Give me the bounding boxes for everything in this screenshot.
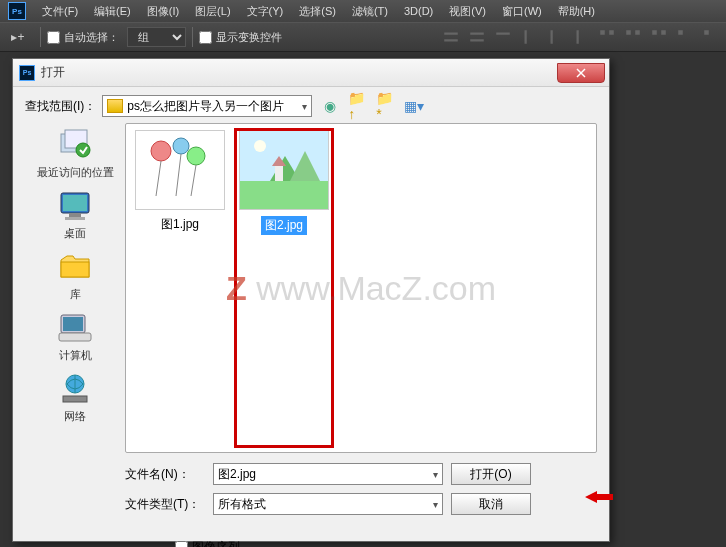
svg-rect-2 — [470, 33, 484, 35]
sidebar-recent[interactable]: 最近访问的位置 — [37, 127, 114, 180]
menu-text[interactable]: 文字(Y) — [239, 2, 292, 21]
svg-rect-15 — [704, 30, 709, 35]
sidebar-network-label: 网络 — [64, 409, 86, 424]
sidebar-library-label: 库 — [70, 287, 81, 302]
align-icon — [442, 28, 460, 46]
svg-rect-11 — [635, 30, 640, 35]
svg-rect-4 — [496, 33, 510, 35]
lookin-combobox[interactable]: ps怎么把图片导入另一个图片 ▾ — [102, 95, 312, 117]
sidebar-library[interactable]: 库 — [54, 249, 96, 302]
menu-view[interactable]: 视图(V) — [441, 2, 494, 21]
auto-select-input[interactable] — [47, 31, 60, 44]
svg-rect-7 — [577, 30, 579, 44]
file-item-selected[interactable]: 图2.jpg — [236, 130, 332, 446]
chevron-down-icon: ▾ — [302, 101, 307, 112]
network-icon — [54, 371, 96, 407]
menu-image[interactable]: 图像(I) — [139, 2, 187, 21]
svg-point-20 — [76, 143, 90, 157]
places-sidebar: 最近访问的位置 桌面 库 计算机 网络 — [25, 123, 125, 453]
up-button[interactable]: 📁↑ — [348, 96, 368, 116]
image-sequence-label: 图像序列 — [192, 539, 240, 547]
alignment-icons — [442, 28, 720, 46]
svg-rect-13 — [661, 30, 666, 35]
svg-rect-6 — [551, 30, 553, 44]
sidebar-desktop[interactable]: 桌面 — [54, 188, 96, 241]
svg-rect-9 — [609, 30, 614, 35]
sidebar-computer[interactable]: 计算机 — [54, 310, 96, 363]
auto-select-checkbox[interactable]: 自动选择： — [47, 30, 119, 45]
nav-icons: ◉ 📁↑ 📁* ▦▾ — [320, 96, 424, 116]
menu-help[interactable]: 帮助(H) — [550, 2, 603, 21]
file-item[interactable]: 图1.jpg — [132, 130, 228, 446]
distribute-icon — [650, 28, 668, 46]
svg-rect-23 — [69, 213, 81, 217]
open-button[interactable]: 打开(O) — [451, 463, 531, 485]
close-button[interactable] — [557, 63, 605, 83]
menu-filter[interactable]: 滤镜(T) — [344, 2, 396, 21]
svg-rect-12 — [652, 30, 657, 35]
svg-rect-1 — [444, 39, 458, 41]
image-sequence-checkbox[interactable] — [175, 541, 188, 547]
dialog-body: 查找范围(I)： ps怎么把图片导入另一个图片 ▾ ◉ 📁↑ 📁* ▦▾ 最近访… — [13, 87, 609, 547]
lookin-label: 查找范围(I)： — [25, 98, 96, 115]
svg-rect-25 — [61, 262, 89, 277]
main-area: 最近访问的位置 桌面 库 计算机 网络 — [25, 123, 597, 453]
move-tool-icon[interactable]: ▸+ — [6, 25, 30, 49]
filename-combobox[interactable]: 图2.jpg ▾ — [213, 463, 443, 485]
computer-icon — [54, 310, 96, 346]
sidebar-network[interactable]: 网络 — [54, 371, 96, 424]
svg-point-34 — [187, 147, 205, 165]
file-list[interactable]: 图1.jpg 图2.jpg Z www.MacZ.com — [125, 123, 597, 453]
show-transform-checkbox[interactable]: 显示变换控件 — [199, 30, 282, 45]
svg-rect-24 — [65, 217, 85, 220]
menubar: Ps 文件(F) 编辑(E) 图像(I) 图层(L) 文字(Y) 选择(S) 滤… — [0, 0, 726, 22]
new-folder-button[interactable]: 📁* — [376, 96, 396, 116]
file-thumbnail — [135, 130, 225, 210]
menu-window[interactable]: 窗口(W) — [494, 2, 550, 21]
group-layer-select[interactable]: 组 — [127, 27, 186, 47]
file-name: 图1.jpg — [161, 216, 199, 233]
show-transform-input[interactable] — [199, 31, 212, 44]
filename-value: 图2.jpg — [218, 466, 256, 483]
menu-3d[interactable]: 3D(D) — [396, 3, 441, 19]
filename-label: 文件名(N)： — [125, 466, 205, 483]
align-icon — [572, 28, 590, 46]
desktop-icon — [54, 188, 96, 224]
svg-rect-39 — [240, 181, 328, 209]
dialog-title: 打开 — [41, 64, 65, 81]
back-button[interactable]: ◉ — [320, 96, 340, 116]
view-menu-button[interactable]: ▦▾ — [404, 96, 424, 116]
svg-rect-22 — [63, 195, 87, 211]
dialog-titlebar: Ps 打开 — [13, 59, 609, 87]
svg-rect-27 — [63, 317, 83, 331]
annotation-arrow-icon — [585, 489, 613, 505]
svg-marker-45 — [585, 491, 613, 503]
cancel-button[interactable]: 取消 — [451, 493, 531, 515]
open-dialog: Ps 打开 查找范围(I)： ps怎么把图片导入另一个图片 ▾ ◉ 📁↑ 📁* … — [12, 58, 610, 542]
svg-point-40 — [254, 140, 266, 152]
recent-icon — [54, 127, 96, 163]
distribute-icon — [598, 28, 616, 46]
sidebar-recent-label: 最近访问的位置 — [37, 165, 114, 180]
menu-layer[interactable]: 图层(L) — [187, 2, 238, 21]
auto-select-label: 自动选择： — [64, 30, 119, 45]
filename-row: 文件名(N)： 图2.jpg ▾ 打开(O) — [125, 463, 597, 485]
distribute-icon — [624, 28, 642, 46]
svg-rect-5 — [525, 30, 527, 44]
menu-edit[interactable]: 编辑(E) — [86, 2, 139, 21]
svg-rect-8 — [600, 30, 605, 35]
filetype-combobox[interactable]: 所有格式 ▾ — [213, 493, 443, 515]
ps-logo-icon: Ps — [19, 65, 35, 81]
sidebar-computer-label: 计算机 — [59, 348, 92, 363]
menu-file[interactable]: 文件(F) — [34, 2, 86, 21]
align-icon — [520, 28, 538, 46]
menu-select[interactable]: 选择(S) — [291, 2, 344, 21]
chevron-down-icon: ▾ — [433, 499, 438, 510]
sidebar-desktop-label: 桌面 — [64, 226, 86, 241]
svg-rect-0 — [444, 33, 458, 35]
svg-rect-43 — [275, 166, 283, 181]
svg-rect-28 — [59, 333, 91, 341]
file-name: 图2.jpg — [261, 216, 307, 235]
ps-logo-icon: Ps — [8, 2, 26, 20]
library-icon — [54, 249, 96, 285]
